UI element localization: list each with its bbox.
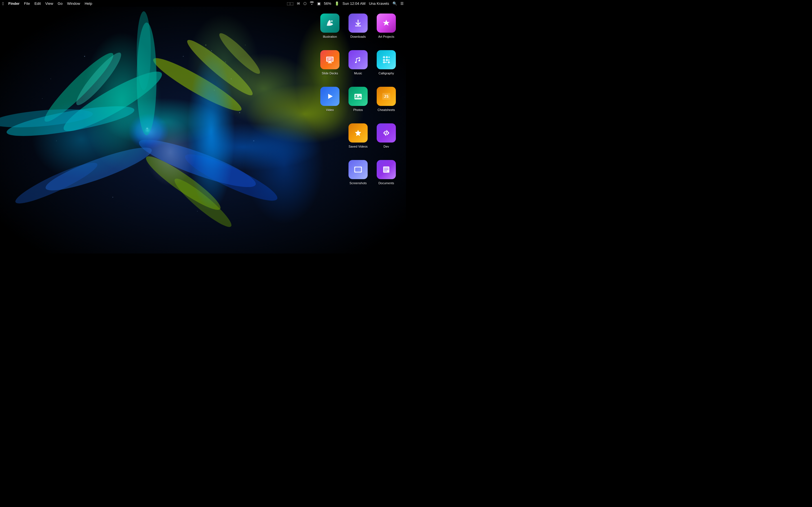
svg-point-11 [0,106,94,130]
svg-point-15 [12,157,101,209]
menubar-left:  Finder File Edit View Go Window Help [2,1,92,6]
empty-slot-1 [316,121,344,158]
datetime: Sun 12:04 AM [343,1,366,6]
svg-point-29 [197,211,198,212]
svg-line-41 [330,62,331,62]
desktop-icon-calligraphy[interactable]: Calligraphy [372,48,400,84]
svg-point-20 [133,115,161,141]
svg-text:JS: JS [384,94,389,99]
calligraphy-label: Calligraphy [377,71,395,75]
svg-point-7 [149,52,246,117]
svg-point-9 [216,30,264,77]
desktop-icon-photos[interactable]: Photos [344,84,372,121]
file-menu[interactable]: File [24,1,30,6]
slide-decks-label: Slide Decks [320,71,339,75]
svg-point-22 [211,50,212,51]
mail-icon[interactable]: ✉ [297,1,300,6]
documents-label: Documents [377,181,395,185]
svg-point-30 [50,78,51,79]
svg-point-12 [135,131,260,195]
svg-point-13 [181,147,282,208]
slide-decks-folder-icon [320,50,340,69]
svg-point-10 [5,100,136,142]
svg-line-40 [329,62,330,62]
wifi-icon[interactable] [310,1,314,6]
music-folder-icon [349,50,368,69]
desktop-icon-slide-decks[interactable]: Slide Decks [316,48,344,84]
downloads-folder-icon [349,13,368,33]
svg-marker-60 [328,94,333,99]
svg-point-27 [253,140,254,142]
desktop-icon-saved-videos[interactable]: Saved Videos [344,121,372,158]
svg-point-28 [112,197,113,198]
svg-point-24 [239,112,240,113]
video-label: Video [325,108,335,112]
saved-videos-label: Saved Videos [347,144,369,149]
desktop-icons: Illustration Downloads Art Projects [316,11,400,231]
desktop-icon-music[interactable]: Music [344,48,372,84]
calligraphy-folder-icon [377,50,396,69]
username[interactable]: Una Kravets [369,1,389,6]
art-projects-label: Art Projects [377,34,396,39]
svg-point-4 [71,48,126,109]
desktop-icon-downloads[interactable]: Downloads [344,11,372,48]
svg-point-3 [39,48,119,127]
desktop-icon-video[interactable]: Video [316,84,344,121]
svg-point-32 [205,45,206,46]
svg-rect-43 [327,58,333,61]
desktop-icon-documents[interactable]: Documents [372,158,400,194]
apple-menu[interactable]:  [2,1,4,6]
svg-point-2 [58,63,167,139]
search-icon[interactable]: 🔍 [393,1,397,6]
go-menu[interactable]: Go [58,1,63,6]
photos-label: Photos [352,108,364,112]
bluetooth-icon[interactable]: ⬡ [303,1,306,6]
empty-slot-2 [316,158,344,194]
svg-point-31 [231,78,232,79]
svg-point-35 [214,90,215,91]
desktop-icon-illustration[interactable]: Illustration [316,11,344,48]
edit-menu[interactable]: Edit [35,1,41,6]
svg-point-23 [42,98,43,99]
svg-point-36 [331,20,333,22]
svg-line-66 [386,130,387,135]
svg-point-18 [137,22,156,135]
music-label: Music [353,71,363,75]
menubar:  Finder File Edit View Go Window Help ⬚… [0,0,406,7]
documents-folder-icon [377,160,396,179]
illustration-folder-icon [320,13,340,33]
illustration-label: Illustration [322,34,338,39]
svg-point-63 [359,94,361,96]
svg-point-26 [56,140,57,141]
cheatsheets-folder-icon: JS [377,87,396,106]
screenshots-folder-icon [349,160,368,179]
svg-point-14 [42,140,155,198]
help-menu[interactable]: Help [85,1,92,6]
desktop-icon-art-projects[interactable]: Art Projects [372,11,400,48]
svg-rect-67 [355,167,361,172]
display-icon[interactable]: ▣ [317,1,320,6]
battery-icon: 🔋 [335,1,339,6]
desktop-icon-screenshots[interactable]: Screenshots [344,158,372,194]
window-menu[interactable]: Window [67,1,80,6]
notification-icon[interactable]: ☰ [400,1,404,6]
view-menu[interactable]: View [45,1,53,6]
saved-videos-folder-icon [349,123,368,143]
downloads-label: Downloads [349,34,367,39]
video-folder-icon [320,87,340,106]
svg-point-16 [142,151,225,216]
svg-point-25 [183,56,184,57]
svg-point-17 [170,174,236,231]
svg-point-5 [96,84,197,175]
desktop-icon-dev[interactable]: Dev [372,121,400,158]
svg-point-34 [245,45,246,45]
art-projects-folder-icon [377,13,396,33]
spectacles-icon: ⬚⬚ [287,1,294,6]
svg-point-21 [84,56,85,57]
svg-point-33 [225,62,226,62]
desktop-icon-cheatsheets[interactable]: JS Cheatsheets [372,84,400,121]
dev-folder-icon [377,123,396,143]
svg-point-19 [137,11,151,90]
dev-label: Dev [382,144,390,149]
finder-menu[interactable]: Finder [8,1,19,6]
